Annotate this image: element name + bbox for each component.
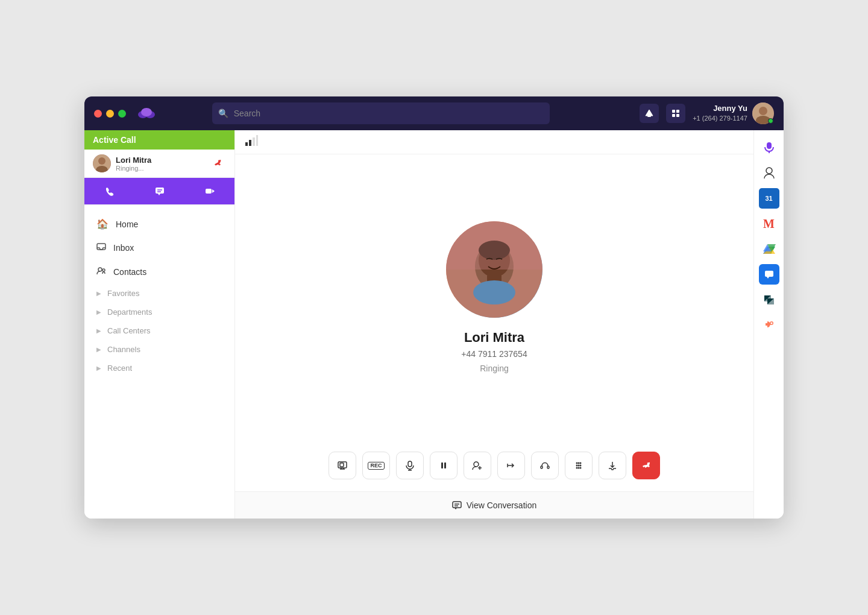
center-panel: Lori Mitra +44 7911 237654 Ringing REC	[235, 130, 753, 519]
user-phone: +1 (264) 279-1147	[693, 114, 747, 123]
phone-action-button[interactable]	[84, 178, 134, 204]
nav-callcenters[interactable]: ▶ Call Centers	[84, 321, 234, 340]
nav-recent-label: Recent	[107, 364, 132, 373]
svg-rect-33	[446, 221, 542, 270]
call-status-text: Ringing	[480, 364, 508, 373]
person-icon-button[interactable]	[759, 163, 779, 183]
call-stats-bar	[235, 130, 753, 154]
svg-rect-35	[340, 463, 344, 467]
pause-button[interactable]	[430, 452, 458, 479]
nav-item-home[interactable]: 🏠 Home	[84, 212, 234, 236]
nav-departments[interactable]: ▶ Departments	[84, 303, 234, 321]
sidebar-nav: 🏠 Home Inbox	[84, 205, 234, 385]
minimize-button[interactable]	[106, 110, 114, 118]
nav-channels[interactable]: ▶ Channels	[84, 340, 234, 359]
mute-button[interactable]	[396, 452, 424, 479]
active-call-contact: Lori Mitra Ringing...	[84, 150, 234, 178]
grid-button[interactable]	[666, 104, 685, 123]
online-indicator	[768, 118, 773, 124]
chevron-icon: ▶	[96, 346, 101, 353]
contact-info: Lori Mitra Ringing...	[116, 156, 151, 172]
chevron-icon: ▶	[96, 290, 101, 297]
svg-rect-18	[206, 189, 212, 194]
search-icon: 🔍	[218, 109, 228, 118]
svg-point-52	[578, 467, 580, 469]
svg-rect-4	[647, 116, 651, 117]
gdrive-icon-button[interactable]	[759, 239, 779, 259]
nav-favorites[interactable]: ▶ Favorites	[84, 284, 234, 303]
user-avatar-wrap	[752, 102, 774, 124]
search-bar: 🔍	[212, 102, 550, 124]
message-action-button[interactable]	[134, 178, 184, 204]
svg-rect-5	[672, 110, 675, 113]
svg-point-49	[578, 465, 580, 467]
svg-point-10	[759, 107, 767, 115]
chevron-icon: ▶	[96, 327, 101, 334]
keypad-button[interactable]	[565, 452, 593, 479]
window-controls	[94, 110, 126, 118]
contact-left: Lori Mitra Ringing...	[93, 154, 151, 172]
conversation-icon	[452, 500, 462, 510]
app-logo	[136, 102, 157, 124]
calendar-icon-button[interactable]: 31	[759, 188, 779, 209]
rec-label: REC	[368, 462, 384, 470]
svg-point-50	[580, 465, 582, 467]
caller-photo	[446, 221, 542, 318]
svg-rect-20	[97, 244, 105, 250]
svg-rect-6	[676, 110, 679, 113]
screen-share-button[interactable]	[329, 452, 356, 479]
contacts-icon	[96, 266, 106, 278]
svg-rect-25	[253, 137, 255, 146]
svg-point-47	[580, 462, 582, 464]
nav-item-inbox[interactable]: Inbox	[84, 236, 234, 260]
svg-rect-68	[765, 271, 773, 277]
svg-rect-24	[249, 140, 251, 146]
svg-rect-54	[453, 502, 461, 508]
nav-item-contacts[interactable]: Contacts	[84, 260, 234, 284]
view-conversation-bar[interactable]: View Conversation	[235, 491, 753, 519]
nav-contacts-label: Contacts	[113, 267, 146, 277]
nav-departments-label: Departments	[107, 308, 152, 317]
caller-number: +44 7911 237654	[461, 349, 527, 359]
sidebar-action-buttons	[84, 178, 234, 205]
end-call-button[interactable]	[632, 452, 660, 479]
gmail-icon-button[interactable]: M	[759, 213, 779, 234]
header-right: Jenny Yu +1 (264) 279-1147	[640, 102, 774, 124]
transfer-button[interactable]	[497, 452, 525, 479]
svg-rect-57	[767, 142, 772, 149]
svg-marker-19	[212, 189, 215, 193]
hangup-button[interactable]	[209, 155, 226, 172]
zendesk-icon-button[interactable]	[759, 289, 779, 310]
caller-name: Lori Mitra	[464, 330, 524, 345]
nav-recent[interactable]: ▶ Recent	[84, 359, 234, 377]
svg-point-41	[474, 462, 479, 467]
svg-rect-8	[676, 114, 679, 117]
call-controls: REC	[235, 440, 753, 491]
svg-point-70	[770, 323, 772, 324]
nav-channels-label: Channels	[107, 345, 140, 354]
hubspot-icon-button[interactable]	[759, 315, 779, 335]
svg-rect-36	[408, 461, 412, 467]
svg-marker-3	[646, 110, 653, 116]
close-button[interactable]	[94, 110, 102, 118]
svg-rect-39	[441, 462, 443, 468]
video-action-button[interactable]	[184, 178, 234, 204]
notification-button[interactable]	[640, 104, 659, 123]
maximize-button[interactable]	[118, 110, 126, 118]
main-content: Active Call Lori Mitra Ringing...	[84, 130, 784, 519]
contact-avatar	[93, 154, 111, 172]
record-button[interactable]: REC	[362, 452, 390, 479]
call-area: Lori Mitra +44 7911 237654 Ringing	[235, 154, 753, 440]
download-button[interactable]	[599, 452, 626, 479]
nav-inbox-label: Inbox	[113, 243, 134, 253]
user-details: Jenny Yu +1 (264) 279-1147	[693, 103, 747, 124]
search-input[interactable]	[212, 102, 550, 124]
chat-icon-button[interactable]	[759, 264, 779, 285]
svg-point-32	[473, 280, 515, 304]
add-participant-button[interactable]	[464, 452, 491, 479]
svg-point-53	[580, 467, 582, 469]
active-call-banner: Active Call	[84, 130, 234, 150]
microphone-icon-button[interactable]	[759, 137, 779, 158]
app-window: 🔍 Jenny Yu +1 (2	[84, 96, 784, 519]
listen-button[interactable]	[531, 452, 559, 479]
